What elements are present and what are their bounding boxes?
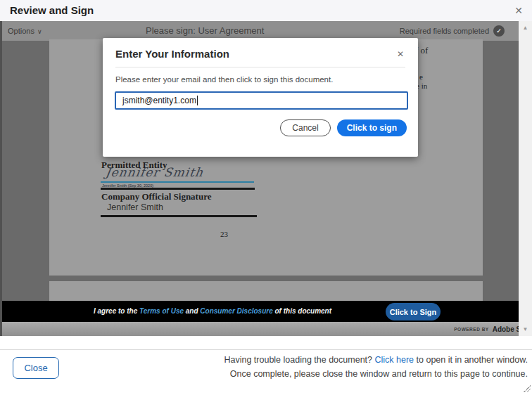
review-and-sign-window: Review and Sign ✕ Options∨ Please sign: … xyxy=(0,0,532,395)
agreement-suffix: of this document xyxy=(273,307,331,315)
divider xyxy=(101,215,257,217)
trouble-pre: Having trouble loading the document? xyxy=(224,355,374,365)
document-text-fragment: e xyxy=(419,72,423,81)
divider xyxy=(0,349,532,350)
window-title: Review and Sign xyxy=(10,0,94,21)
powered-by-label: POWERED BY xyxy=(454,327,488,332)
agreement-bar: I agree to the Terms of Use and Consumer… xyxy=(2,301,519,322)
signature-script: Jennifer Smith xyxy=(105,165,205,179)
check-icon: ✓ xyxy=(493,25,505,37)
company-official-name: Jennifer Smith xyxy=(107,202,163,212)
agreement-text: I agree to the Terms of Use and Consumer… xyxy=(94,301,331,322)
divider xyxy=(101,188,255,190)
signature-underline xyxy=(101,181,254,183)
click-to-sign-modal-button[interactable]: Click to sign xyxy=(337,119,407,136)
dialog-footer: Close Having trouble loading the documen… xyxy=(0,336,532,395)
required-fields-label: Required fields completed xyxy=(400,27,489,35)
click-to-sign-button[interactable]: Click to Sign xyxy=(386,303,441,320)
modal-instruction: Please enter your email and then click t… xyxy=(115,75,333,84)
trouble-line-2: Once complete, please close the window a… xyxy=(224,367,528,381)
chevron-down-icon: ∨ xyxy=(37,28,42,35)
trouble-post: to open it in another window. xyxy=(414,355,528,365)
divider xyxy=(115,67,405,67)
email-input[interactable]: jsmith@entity1.com xyxy=(115,91,408,110)
options-menu[interactable]: Options∨ xyxy=(8,21,42,41)
scrollbar[interactable]: ▲ ▼ xyxy=(519,21,532,336)
terms-of-use-link[interactable]: Terms of Use xyxy=(139,307,184,315)
scroll-down-icon[interactable]: ▼ xyxy=(519,326,532,332)
close-button[interactable]: Close xyxy=(13,357,59,379)
enter-information-modal: Enter Your Information ✕ Please enter yo… xyxy=(103,38,418,157)
modal-title: Enter Your Information xyxy=(115,48,229,60)
window-header: Review and Sign ✕ xyxy=(0,0,532,21)
trouble-text: Having trouble loading the document? Cli… xyxy=(224,353,528,381)
page-number: 23 xyxy=(220,230,228,238)
close-icon[interactable]: ✕ xyxy=(511,0,526,21)
agreement-prefix: I agree to the xyxy=(94,307,139,315)
adobe-sign-brand: Adobe Si xyxy=(493,325,519,333)
click-here-link[interactable]: Click here xyxy=(375,355,414,365)
trouble-line-1: Having trouble loading the document? Cli… xyxy=(224,353,528,367)
modal-close-icon[interactable]: ✕ xyxy=(394,48,407,60)
options-label: Options xyxy=(8,27,34,35)
email-value: jsmith@entity1.com xyxy=(122,96,196,105)
agreement-middle: and xyxy=(184,307,200,315)
consumer-disclosure-link[interactable]: Consumer Disclosure xyxy=(200,307,272,315)
resize-handle-icon[interactable] xyxy=(524,385,531,392)
cancel-button[interactable]: Cancel xyxy=(280,119,330,136)
company-official-label: Company Official Signature xyxy=(101,191,212,202)
powered-by-strip: POWERED BY Adobe Si xyxy=(2,322,519,336)
scroll-up-icon[interactable]: ▲ xyxy=(519,25,532,31)
text-caret xyxy=(197,96,198,105)
